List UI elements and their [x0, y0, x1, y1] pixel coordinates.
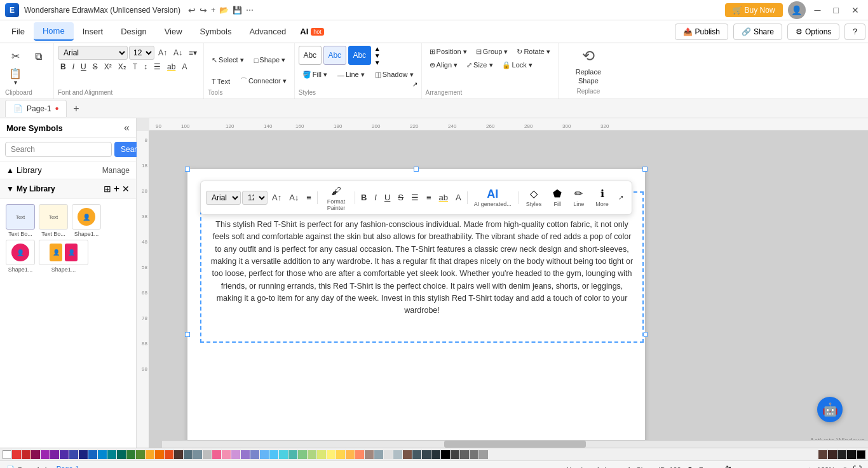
- text-button[interactable]: T Text: [208, 76, 234, 87]
- color-swatch[interactable]: [203, 450, 212, 459]
- save-btn[interactable]: 💾: [233, 5, 242, 15]
- color-swatch-dark[interactable]: [837, 450, 846, 459]
- thumbnail-item[interactable]: 👤 👤 Shape1...: [38, 240, 89, 273]
- line-float-button[interactable]: ✏ Line: [568, 186, 589, 209]
- font-size-select[interactable]: 12: [129, 46, 154, 60]
- float-size-select[interactable]: 12: [242, 191, 268, 205]
- more-button[interactable]: ℹ More: [590, 186, 614, 209]
- superscript-button[interactable]: X²: [102, 61, 114, 72]
- my-library-grid-btn[interactable]: ⊞: [104, 183, 111, 195]
- styles-expand-arrow[interactable]: ↗: [412, 81, 417, 88]
- format-painter-button[interactable]: 🖌: [328, 184, 344, 199]
- color-swatch[interactable]: [126, 450, 135, 459]
- color-swatch[interactable]: [346, 450, 355, 459]
- highlight-btn[interactable]: ab: [165, 61, 178, 72]
- share-button[interactable]: 🔗 Share: [733, 24, 782, 40]
- my-library-close-btn[interactable]: ✕: [122, 183, 130, 195]
- rotate-button[interactable]: ↻ Rotate ▾: [513, 46, 553, 58]
- styles-button[interactable]: ◇ Styles: [521, 186, 547, 209]
- open-btn[interactable]: 📂: [219, 5, 229, 15]
- color-swatch[interactable]: [431, 450, 440, 459]
- connector-button[interactable]: ⌒ Connector ▾: [236, 74, 290, 88]
- float-bold[interactable]: B: [358, 191, 370, 204]
- color-swatch[interactable]: [336, 450, 345, 459]
- color-swatch[interactable]: [403, 450, 412, 459]
- zoom-in-btn[interactable]: +: [807, 465, 812, 469]
- color-swatch[interactable]: [365, 450, 374, 459]
- color-swatch[interactable]: [107, 450, 116, 459]
- float-strikethrough[interactable]: S: [395, 191, 407, 204]
- color-swatch[interactable]: [269, 450, 278, 459]
- menu-view[interactable]: View: [156, 23, 191, 40]
- close-button[interactable]: ✕: [848, 4, 863, 17]
- color-swatch[interactable]: [279, 450, 288, 459]
- menu-advanced[interactable]: Advanced: [240, 23, 295, 40]
- color-swatch[interactable]: [79, 450, 88, 459]
- ai-menu-item[interactable]: AI: [300, 27, 308, 36]
- color-swatch[interactable]: [155, 450, 164, 459]
- group-button[interactable]: ⊟ Group ▾: [472, 46, 512, 58]
- select-button[interactable]: ↖ Select ▾: [208, 54, 248, 66]
- paste-button[interactable]: 📋 ▾: [5, 67, 25, 88]
- decrease-font-btn[interactable]: A↓: [171, 47, 185, 59]
- float-bullets[interactable]: ☰: [408, 191, 422, 204]
- handle-top-left[interactable]: [185, 167, 190, 172]
- thumbnail-item[interactable]: Text Text Bo...: [5, 204, 36, 237]
- color-swatch-dark[interactable]: [828, 450, 837, 459]
- color-swatch[interactable]: [136, 450, 145, 459]
- ai-bot-button[interactable]: 🤖: [817, 397, 843, 422]
- fullscreen-button[interactable]: ⛶: [853, 465, 862, 469]
- color-swatch[interactable]: [222, 450, 231, 459]
- menu-home[interactable]: Home: [34, 22, 74, 41]
- float-highlight[interactable]: ab: [436, 191, 451, 204]
- my-library-add-btn[interactable]: +: [114, 183, 119, 195]
- alignment-btn[interactable]: ≡▾: [186, 47, 200, 59]
- float-list[interactable]: ≡: [423, 191, 435, 204]
- timer-button[interactable]: ⏱: [723, 465, 732, 469]
- color-swatch[interactable]: [31, 450, 40, 459]
- color-swatch[interactable]: [193, 450, 202, 459]
- float-italic[interactable]: I: [371, 191, 380, 204]
- increase-font-btn[interactable]: A↑: [156, 47, 170, 59]
- help-button[interactable]: ?: [844, 24, 865, 40]
- more-btn[interactable]: ⋯: [246, 5, 254, 15]
- color-swatch-dark[interactable]: [847, 450, 856, 459]
- minimize-button[interactable]: ─: [811, 4, 825, 17]
- copy-button[interactable]: ⧉: [28, 50, 48, 64]
- user-avatar[interactable]: 👤: [788, 1, 806, 19]
- color-swatch[interactable]: [60, 450, 69, 459]
- fill-button[interactable]: 🪣 Fill ▾: [299, 69, 331, 81]
- line-spacing-btn[interactable]: ↕: [141, 61, 150, 72]
- text-format-btn[interactable]: T: [130, 61, 140, 72]
- float-font-select[interactable]: Arial: [206, 191, 241, 205]
- font-family-select[interactable]: Arial: [58, 46, 128, 60]
- zoom-out-btn[interactable]: —: [737, 465, 746, 469]
- drawing-tab[interactable]: 📄 Page-1 •: [5, 100, 67, 117]
- shape-button[interactable]: □ Shape ▾: [250, 54, 290, 66]
- thumbnail-item[interactable]: 👤 Shape1...: [5, 240, 36, 273]
- color-swatch[interactable]: [260, 450, 269, 459]
- position-button[interactable]: ⊞ Position ▾: [426, 46, 471, 58]
- replace-shape-button[interactable]: ⟲ Replace Shape: [566, 47, 611, 86]
- style-swatch-1[interactable]: Abc: [299, 46, 322, 65]
- menu-insert[interactable]: Insert: [74, 23, 112, 40]
- color-swatch[interactable]: [384, 450, 393, 459]
- styles-down-btn[interactable]: ▼: [374, 53, 381, 59]
- horizontal-scrollbar[interactable]: [162, 440, 868, 448]
- styles-up-btn[interactable]: ▲: [374, 46, 381, 52]
- fill-float-button[interactable]: ⬟ Fill: [548, 186, 567, 209]
- fit-page-button[interactable]: ⤢: [840, 465, 848, 469]
- color-swatch-dark[interactable]: [857, 450, 865, 459]
- scrollbar-thumb[interactable]: [444, 441, 585, 448]
- color-swatch[interactable]: [288, 450, 297, 459]
- italic-button[interactable]: I: [70, 61, 77, 72]
- styles-expand-btn[interactable]: ▼: [374, 60, 381, 66]
- undo-btn[interactable]: ↩: [188, 5, 196, 15]
- cut-button[interactable]: ✂: [5, 50, 25, 64]
- thumbnail-item[interactable]: 👤 Shape1...: [71, 204, 102, 237]
- lock-button[interactable]: 🔒 Lock ▾: [498, 59, 536, 71]
- color-swatch[interactable]: [479, 450, 488, 459]
- color-swatch[interactable]: [231, 450, 240, 459]
- font-color-btn[interactable]: A: [179, 61, 189, 72]
- color-swatch[interactable]: [460, 450, 469, 459]
